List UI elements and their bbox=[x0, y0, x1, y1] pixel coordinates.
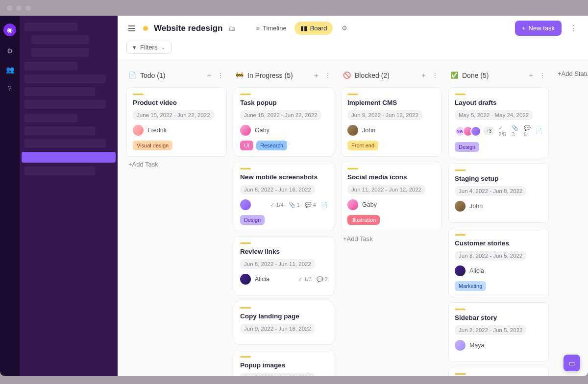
task-card[interactable]: Layout draftsMay 5, 2022 - May 24, 2022N… bbox=[448, 87, 549, 158]
app-window: ◉ ⚙ 👥 ? Website redesign 🗂 bbox=[0, 16, 588, 376]
card-dates: Jun 4, 2022 - Jun 8, 2022 bbox=[455, 186, 526, 196]
add-status-link[interactable]: +Add Status bbox=[556, 67, 588, 80]
task-card[interactable]: Product videoJune 15, 2022 - Jun 22, 202… bbox=[126, 87, 227, 157]
board: 📄Todo (1)+⋮Product videoJune 15, 2022 - … bbox=[118, 60, 588, 376]
avatar[interactable] bbox=[240, 125, 251, 136]
card-tags: Design bbox=[455, 142, 542, 152]
card-title: Social media icons bbox=[347, 173, 435, 181]
card-title: Copy landing page bbox=[240, 312, 328, 320]
meta-item: 💬 4 bbox=[305, 202, 316, 208]
filters-button[interactable]: ▾ Filters ⌄ bbox=[126, 41, 172, 54]
tag[interactable]: Visual design bbox=[133, 141, 172, 150]
column-header: ✅Done (5)+⋮ bbox=[448, 67, 549, 83]
assignee-name: John bbox=[469, 203, 483, 210]
meta-item: 💬 2 bbox=[317, 276, 328, 283]
card-dates: June 15, 2022 - Jun 22, 2022 bbox=[133, 110, 214, 120]
tag[interactable]: Front end bbox=[347, 141, 378, 150]
task-card[interactable]: Task popupJune 15, 2022 - Jun 22, 2022Ga… bbox=[234, 87, 334, 157]
task-card[interactable]: New mobile screenshotsJun 8, 2022 - Jun … bbox=[234, 162, 334, 231]
sidebar-item[interactable] bbox=[24, 74, 106, 83]
column-add-icon[interactable]: + bbox=[206, 70, 212, 80]
minimize-window-icon[interactable] bbox=[16, 5, 22, 11]
tab-timeline[interactable]: ≡ Timeline bbox=[250, 22, 292, 35]
avatar[interactable] bbox=[240, 274, 251, 285]
assignee-row: Maya bbox=[455, 340, 542, 351]
sidebar-item[interactable] bbox=[24, 167, 95, 175]
chevron-down-icon: ⌄ bbox=[161, 45, 165, 50]
window-chrome bbox=[0, 0, 588, 16]
collapse-sidebar-icon[interactable] bbox=[126, 24, 137, 33]
tag[interactable]: Illustration bbox=[347, 215, 380, 225]
close-window-icon[interactable] bbox=[7, 5, 12, 11]
view-settings-icon[interactable]: ⚙ bbox=[342, 24, 347, 32]
briefcase-icon[interactable]: 🗂 bbox=[228, 24, 235, 32]
card-stripe-icon bbox=[455, 373, 466, 375]
maximize-window-icon[interactable] bbox=[25, 5, 31, 11]
tag[interactable]: Design bbox=[240, 215, 265, 225]
card-tags: Illustration bbox=[347, 215, 435, 225]
avatar[interactable] bbox=[240, 199, 251, 210]
card-title: Customer stories bbox=[455, 240, 542, 247]
new-task-button[interactable]: + New task bbox=[515, 21, 562, 36]
sidebar-item[interactable] bbox=[24, 87, 95, 96]
timeline-icon: ≡ bbox=[256, 24, 260, 32]
avatar[interactable] bbox=[455, 201, 466, 212]
card-stripe-icon bbox=[455, 94, 466, 95]
tag[interactable]: Research bbox=[256, 141, 287, 150]
help-icon[interactable]: ? bbox=[8, 84, 12, 92]
sidebar-item[interactable] bbox=[31, 48, 89, 57]
card-title: Product video bbox=[133, 99, 220, 106]
task-card[interactable]: Sidebar storyJun 2, 2022 - Jun 5, 2022Ma… bbox=[448, 302, 549, 362]
task-card[interactable]: Features strategyMay 28, 2022 - Jun 5, 2… bbox=[448, 367, 549, 376]
task-card[interactable]: Social media iconsJun 11, 2022 - Jun 12,… bbox=[341, 162, 441, 231]
sidebar-item[interactable] bbox=[31, 35, 89, 44]
sidebar-item[interactable] bbox=[24, 114, 77, 122]
more-assignees[interactable]: +3 bbox=[483, 127, 494, 135]
intercom-fab[interactable]: ▭ bbox=[564, 355, 580, 371]
assignee-name: Maya bbox=[469, 342, 485, 349]
column-menu-icon[interactable]: ⋮ bbox=[323, 71, 332, 80]
task-card[interactable]: Copy landing pageJun 9, 2022 - Jun 16, 2… bbox=[234, 301, 334, 345]
card-title: Staging setup bbox=[455, 175, 542, 182]
column-add-icon[interactable]: + bbox=[528, 70, 534, 80]
meta-item: 💬 8 bbox=[524, 125, 531, 137]
tag[interactable]: Design bbox=[455, 142, 479, 152]
sidebar-item[interactable] bbox=[24, 62, 77, 71]
app-logo-icon[interactable]: ◉ bbox=[3, 24, 16, 36]
avatar[interactable] bbox=[455, 265, 466, 276]
add-task-link[interactable]: +Add Task bbox=[341, 231, 441, 246]
sidebar-item-active[interactable] bbox=[22, 152, 116, 163]
card-title: Review links bbox=[240, 248, 328, 255]
settings-icon[interactable]: ⚙ bbox=[7, 47, 13, 55]
column-menu-icon[interactable]: ⋮ bbox=[216, 71, 225, 80]
task-card[interactable]: Popup imagesJun 5, 2022 - Jun 12, 2022Vi… bbox=[234, 350, 334, 376]
task-card[interactable]: Review linksJun 8, 2022 - Jun 11, 2022Al… bbox=[234, 236, 334, 296]
sidebar-item[interactable] bbox=[24, 100, 106, 109]
avatar[interactable] bbox=[470, 126, 481, 137]
card-title: Sidebar story bbox=[455, 314, 542, 321]
task-card[interactable]: Implement CMSJun 9, 2022 - Jun 12, 2022J… bbox=[341, 87, 441, 157]
sidebar-item[interactable] bbox=[24, 139, 106, 148]
team-icon[interactable]: 👥 bbox=[6, 66, 14, 73]
avatar[interactable] bbox=[133, 125, 144, 136]
sidebar-item[interactable] bbox=[24, 126, 95, 135]
more-menu-icon[interactable]: ⋮ bbox=[567, 22, 579, 35]
column-menu-icon[interactable]: ⋮ bbox=[431, 71, 440, 80]
add-task-link[interactable]: +Add Task bbox=[126, 157, 227, 172]
avatar[interactable] bbox=[347, 125, 358, 136]
assignee-name: Gaby bbox=[362, 201, 377, 208]
button-label: New task bbox=[529, 24, 555, 32]
sidebar-item[interactable] bbox=[24, 23, 77, 31]
task-card[interactable]: Customer storiesJun 3, 2022 - Jun 5, 202… bbox=[448, 228, 549, 297]
tag[interactable]: Marketing bbox=[455, 281, 486, 291]
task-card[interactable]: Staging setupJun 4, 2022 - Jun 8, 2022Jo… bbox=[448, 163, 549, 223]
column-add-icon[interactable]: + bbox=[420, 70, 427, 80]
avatar[interactable] bbox=[347, 199, 358, 210]
column-menu-icon[interactable]: ⋮ bbox=[538, 71, 547, 80]
tag[interactable]: UI bbox=[240, 141, 253, 150]
card-meta: ✓ 1/4📎 1💬 4📄 bbox=[270, 202, 328, 208]
avatar[interactable] bbox=[455, 340, 466, 351]
column-status-icon: ✅ bbox=[450, 72, 458, 79]
column-add-icon[interactable]: + bbox=[313, 70, 319, 80]
tab-board[interactable]: ▮▮ Board bbox=[294, 22, 333, 35]
